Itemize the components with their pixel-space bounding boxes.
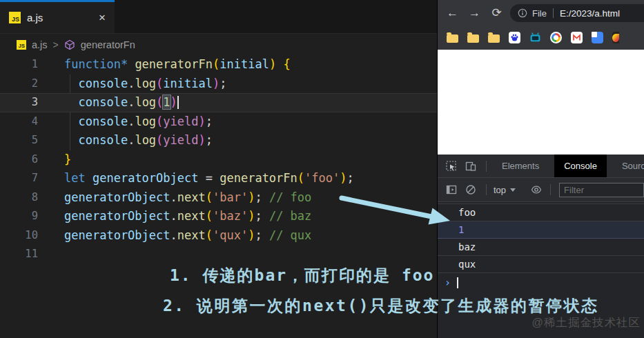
code-token [64,133,78,147]
breadcrumb: JS a.js > generatorFn [0,34,437,55]
code-token: ( [206,190,213,204]
folder-bookmark-2[interactable] [467,32,479,43]
tv-icon [529,32,541,43]
annotation-arrow [330,188,468,230]
code-line-2[interactable]: 2 console.log(initial); [0,74,437,94]
editor-cursor [177,96,179,109]
code-token: ( [156,133,163,147]
code-token: . [128,95,135,109]
address-bar[interactable]: File E:/2023/a.html [510,4,644,22]
code-token: . [170,190,177,204]
address-bar-divider [553,8,554,18]
partial-favicon[interactable] [612,32,619,43]
breadcrumb-separator: > [53,39,59,50]
frame-context-selector[interactable]: top [494,185,516,195]
code-token: . [128,77,135,90]
console-output: foo1bazqux [438,203,644,273]
toolbar-divider [486,184,487,195]
code-line-11[interactable]: 11 [0,245,437,264]
code-token: 'qux' [213,228,248,242]
folder-icon [447,34,458,43]
gmail-favicon[interactable] [571,32,583,43]
folder-bookmark-1[interactable] [447,32,458,43]
code-line-3[interactable]: 3 console.log(1) [0,93,437,112]
code-token: ( [206,228,213,242]
code-line-4[interactable]: 4 console.log(yield); [0,112,437,132]
translate-favicon[interactable] [592,32,603,43]
console-row[interactable]: qux [438,256,644,273]
console-row[interactable]: foo [438,204,644,221]
code-token: ( [156,95,163,109]
url-text[interactable]: E:/2023/a.html [560,8,620,19]
line-number: 5 [0,131,38,150]
code-token: . [128,115,135,128]
translate-icon [592,32,603,43]
annotation-note-2: 2. 说明第一次的next()只是改变了生成器的暂停状态 [163,295,599,317]
console-toolbar: top [438,178,644,202]
line-number: 11 [0,245,38,264]
code-token: log [135,133,156,147]
line-number: 6 [0,150,38,170]
devtools-tab-elements[interactable]: Elements [492,155,549,177]
folder-icon [467,34,479,43]
console-message: qux [458,259,476,270]
code-token: log [135,95,156,109]
code-token: generatorObject [92,171,199,185]
code-token: ( [297,171,304,185]
code-token: generatorFn [219,171,297,185]
code-token: ; [255,190,269,204]
code-token: ) [248,190,255,204]
code-token: generatorObject [64,228,170,242]
code-line-6[interactable]: 6} [0,150,437,170]
code-token [276,57,283,71]
devtools-tab-console[interactable]: Console [554,155,607,177]
code-text: function* generatorFn(initial) { [38,55,291,74]
code-token: generatorObject [64,209,170,223]
reload-button[interactable]: ⟳ [489,6,504,20]
console-prompt-icon: › [445,277,451,289]
code-token: ( [213,57,219,71]
code-token: ; [255,228,269,242]
baidu-favicon[interactable] [509,32,520,43]
code-token: console [78,77,128,90]
code-token: ) [170,95,177,109]
console-row[interactable]: 1 [438,221,644,239]
console-row[interactable]: baz [438,239,644,256]
live-expression-eye-icon[interactable] [531,184,542,195]
devtools-tab-sources[interactable]: Sources [612,155,644,177]
forward-button[interactable]: → [467,6,482,20]
code-text: generatorObject.next('bar'); // foo [38,188,311,208]
devtools-tab-bar: ElementsConsoleSources [438,155,644,178]
breadcrumb-file[interactable]: a.js [32,39,48,50]
code-token: yield [163,115,198,128]
folder-bookmark-3[interactable] [488,32,500,43]
code-token: next [177,228,206,242]
code-line-5[interactable]: 5 console.log(yield); [0,131,437,150]
code-token: log [135,115,156,128]
toolbar-divider [550,184,551,195]
code-text: console.log(yield); [38,112,213,132]
code-token: ( [156,115,163,128]
breadcrumb-symbol[interactable]: generatorFn [81,39,135,50]
bilibili-favicon[interactable] [529,32,541,43]
info-icon[interactable] [518,8,527,18]
code-token [64,95,78,109]
code-token: console [78,95,128,109]
code-token [128,57,135,71]
inspect-element-icon[interactable] [446,161,457,172]
device-toolbar-icon[interactable] [465,161,476,172]
code-token: = [199,171,220,185]
back-button[interactable]: ← [445,6,460,20]
editor-tab-bar: JS a.js × [0,0,437,34]
console-prompt[interactable]: › [438,273,644,292]
tab-a-js[interactable]: JS a.js × [0,0,115,33]
console-filter-input[interactable] [559,183,644,197]
google-favicon[interactable] [550,32,562,43]
code-token: generatorObject [64,190,170,204]
code-line-7[interactable]: 7let generatorObject = generatorFn('foo'… [0,169,437,188]
close-tab-icon[interactable]: × [99,11,106,25]
code-line-1[interactable]: 1function* generatorFn(initial) { [0,55,437,74]
line-number: 3 [0,93,38,112]
code-token: 'baz' [213,209,248,223]
code-token: ) [269,57,276,71]
